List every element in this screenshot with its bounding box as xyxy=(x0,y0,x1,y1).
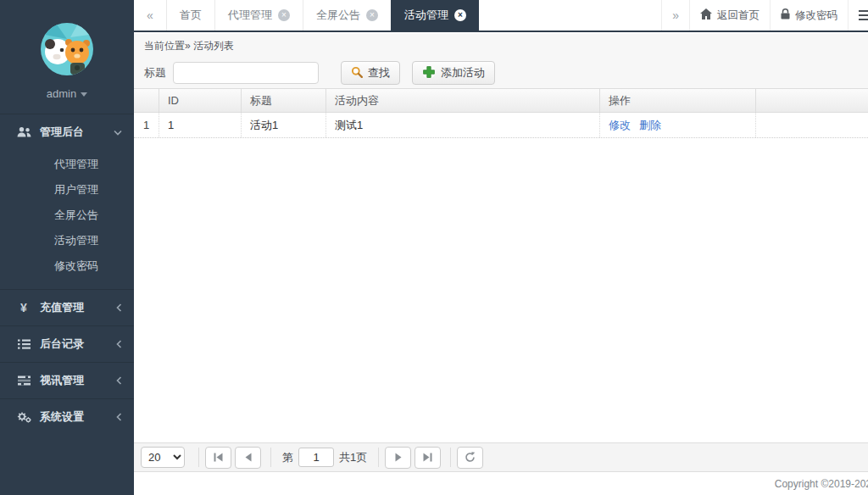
search-button[interactable]: 查找 xyxy=(341,61,400,85)
tab-label: 活动管理 xyxy=(404,8,448,23)
menu-icon[interactable] xyxy=(848,0,868,31)
breadcrumb: 当前位置» 活动列表 xyxy=(144,39,868,53)
search-row: 标题 查找 添加活动 xyxy=(144,61,868,85)
sidebar: admin 管理后台 代理管理 用户管理 xyxy=(0,0,134,495)
close-icon[interactable]: × xyxy=(278,9,290,21)
page-number-input[interactable] xyxy=(298,448,334,467)
activity-table: ID 标题 活动内容 操作 1 1 活动1 测试1 修改删除 xyxy=(134,88,868,138)
menu-group-system: 系统设置 xyxy=(0,398,134,435)
user-dropdown[interactable]: admin xyxy=(0,87,134,100)
sidebar-item-user-mgmt[interactable]: 用户管理 xyxy=(0,177,134,203)
list-icon xyxy=(15,339,32,349)
sidebar-item-admin-backend[interactable]: 管理后台 xyxy=(0,114,134,150)
menu-group-records: 后台记录 xyxy=(0,325,134,362)
close-icon[interactable]: × xyxy=(366,9,378,21)
tab-label: 全屏公告 xyxy=(316,8,360,23)
tab-agent-mgmt[interactable]: 代理管理 × xyxy=(214,0,303,31)
sidebar-item-recharge-mgmt[interactable]: ¥ 充值管理 xyxy=(0,290,134,325)
tabs: 首页 代理管理 × 全屏公告 × 活动管理 × xyxy=(166,0,479,31)
first-page-button[interactable] xyxy=(205,447,231,469)
content-header: 当前位置» 活动列表 标题 查找 添加活动 xyxy=(134,34,868,88)
tabs-scroll-left-button[interactable]: « xyxy=(134,0,166,31)
page-size-select-wrap: 20 xyxy=(141,447,185,468)
users-icon xyxy=(15,126,32,138)
page-size-select[interactable]: 20 xyxy=(141,447,185,468)
col-content-header[interactable]: 活动内容 xyxy=(326,89,600,112)
yen-glyph: ¥ xyxy=(20,301,27,314)
submenu-admin: 代理管理 用户管理 全屏公告 活动管理 修改密码 xyxy=(0,150,134,289)
table-row[interactable]: 1 1 活动1 测试1 修改删除 xyxy=(134,113,868,138)
last-page-button[interactable] xyxy=(415,447,441,469)
tab-home[interactable]: 首页 xyxy=(166,0,214,31)
yen-icon: ¥ xyxy=(15,301,32,314)
chevron-left-icon xyxy=(116,303,122,312)
add-activity-label: 添加活动 xyxy=(441,65,485,81)
sidebar-item-label: 管理后台 xyxy=(40,125,84,140)
cell-id: 1 xyxy=(159,113,242,137)
avatar[interactable] xyxy=(40,22,94,76)
menu-group-recharge: ¥ 充值管理 xyxy=(0,289,134,325)
table-header: ID 标题 活动内容 操作 xyxy=(134,88,868,113)
col-actions-header[interactable]: 操作 xyxy=(600,89,756,112)
delete-link[interactable]: 删除 xyxy=(639,119,661,131)
sidebar-item-agent-mgmt[interactable]: 代理管理 xyxy=(0,152,134,177)
sidebar-item-label: 充值管理 xyxy=(40,300,84,315)
caret-down-icon xyxy=(81,92,87,97)
divider xyxy=(270,448,271,467)
chevron-left-icon xyxy=(116,413,122,421)
tabs-scroll-right-button[interactable]: » xyxy=(661,0,689,31)
sidebar-item-video-mgmt[interactable]: 视讯管理 xyxy=(0,363,134,398)
tab-bar-right: » 返回首页 修改密码 xyxy=(661,0,868,31)
avatar-box: admin xyxy=(0,0,134,100)
sidebar-menu: 管理后台 代理管理 用户管理 全屏公告 活动管理 修改密码 ¥ 充值管理 xyxy=(0,114,134,435)
prev-page-button[interactable] xyxy=(235,447,261,469)
divider xyxy=(450,448,451,467)
cell-title: 活动1 xyxy=(242,113,326,137)
tab-activity-mgmt[interactable]: 活动管理 × xyxy=(391,0,479,31)
sidebar-item-label: 视讯管理 xyxy=(40,373,84,388)
title-field-label: 标题 xyxy=(144,65,166,81)
close-icon[interactable]: × xyxy=(454,9,466,21)
chevron-down-icon xyxy=(114,130,122,136)
add-activity-button[interactable]: 添加活动 xyxy=(412,61,495,85)
tab-label: 代理管理 xyxy=(228,8,272,23)
cogs-icon xyxy=(15,411,32,423)
next-page-button[interactable] xyxy=(385,447,411,469)
page-total-label: 共1页 xyxy=(339,450,367,465)
cell-rownum: 1 xyxy=(134,113,159,137)
col-title-header[interactable]: 标题 xyxy=(242,89,326,112)
col-id-header[interactable]: ID xyxy=(159,89,242,112)
tab-fullscreen-notice[interactable]: 全屏公告 × xyxy=(303,0,391,31)
sidebar-item-system-settings[interactable]: 系统设置 xyxy=(0,399,134,435)
sidebar-item-label: 系统设置 xyxy=(40,409,84,425)
footer: Copyright ©2019-202 xyxy=(134,473,868,495)
sidebar-item-change-password[interactable]: 修改密码 xyxy=(0,253,134,279)
search-icon xyxy=(351,66,363,81)
sidebar-item-activity-mgmt[interactable]: 活动管理 xyxy=(0,228,134,253)
cell-content: 测试1 xyxy=(326,113,600,137)
pagination-bar: 20 第 共1页 xyxy=(134,442,868,472)
page-prefix-label: 第 xyxy=(282,450,293,465)
tab-bar: « 首页 代理管理 × 全屏公告 × 活动管理 × » xyxy=(134,0,868,32)
lock-icon xyxy=(781,8,790,22)
sidebar-item-label: 后台记录 xyxy=(40,336,84,352)
sidebar-item-fullscreen-notice[interactable]: 全屏公告 xyxy=(0,203,134,228)
username: admin xyxy=(47,87,76,100)
change-password-label: 修改密码 xyxy=(795,8,837,23)
sidebar-item-backend-records[interactable]: 后台记录 xyxy=(0,326,134,362)
add-icon xyxy=(422,65,436,81)
divider xyxy=(198,448,199,467)
return-home-button[interactable]: 返回首页 xyxy=(689,0,770,31)
return-home-label: 返回首页 xyxy=(717,8,760,23)
edit-link[interactable]: 修改 xyxy=(609,119,631,131)
change-password-button[interactable]: 修改密码 xyxy=(770,0,848,31)
col-rownum-header xyxy=(134,89,159,112)
main-area: « 首页 代理管理 × 全屏公告 × 活动管理 × » xyxy=(134,0,868,495)
tab-label: 首页 xyxy=(180,8,202,23)
refresh-button[interactable] xyxy=(457,447,483,469)
breadcrumb-current: 活动列表 xyxy=(193,40,234,52)
home-icon xyxy=(700,8,712,22)
menu-group-admin: 管理后台 代理管理 用户管理 全屏公告 活动管理 修改密码 xyxy=(0,114,134,289)
title-search-input[interactable] xyxy=(173,62,319,84)
chevron-left-icon xyxy=(116,340,122,348)
